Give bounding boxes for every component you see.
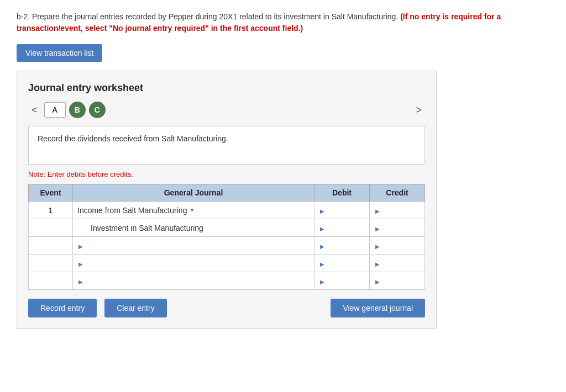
account-cell-5[interactable]: ▶ [73, 272, 315, 290]
table-row: Investment in Salt Manufacturing ▶ ▶ [29, 219, 425, 237]
credit-arrow-1: ▶ [375, 208, 380, 214]
clear-entry-button[interactable]: Clear entry [104, 299, 166, 317]
next-arrow-button[interactable]: > [412, 102, 425, 118]
credit-cell-3[interactable]: ▶ [370, 237, 425, 255]
col-journal-header: General Journal [73, 184, 315, 202]
account-cell-2[interactable]: Investment in Salt Manufacturing [73, 219, 315, 237]
debit-cell-4[interactable]: ▶ [315, 255, 370, 272]
worksheet-container: Journal entry worksheet < A B C > Record… [17, 71, 437, 329]
journal-table: Event General Journal Debit Credit 1 Inc… [28, 184, 425, 290]
account-arrow-5: ▶ [78, 279, 83, 285]
credit-arrow-5: ▶ [375, 279, 380, 285]
table-row: ▶ ▶ ▶ [29, 255, 425, 272]
debit-arrow-4: ▶ [320, 261, 324, 267]
debit-arrow-2: ▶ [320, 226, 324, 232]
col-event-header: Event [29, 184, 73, 202]
event-cell-2 [29, 219, 73, 237]
tab-c-button[interactable]: C [89, 102, 106, 118]
account-arrow-4: ▶ [78, 261, 83, 267]
event-cell-5 [29, 272, 73, 290]
col-credit-header: Credit [370, 184, 425, 202]
event-cell: 1 [29, 202, 73, 219]
col-debit-header: Debit [315, 184, 370, 202]
debit-cell-5[interactable]: ▶ [315, 272, 370, 290]
tabs-row: < A B C > [28, 102, 425, 118]
event-cell-3 [29, 237, 73, 255]
credit-arrow-2: ▶ [375, 226, 380, 232]
event-cell-4 [29, 255, 73, 272]
prev-arrow-button[interactable]: < [28, 102, 41, 118]
debit-cell-1[interactable]: ▶ [315, 202, 370, 219]
account-name-1: Income from Salt Manufacturing [77, 206, 187, 215]
table-row: ▶ ▶ ▶ [29, 272, 425, 290]
debit-cell-3[interactable]: ▶ [315, 237, 370, 255]
view-general-journal-button[interactable]: View general journal [331, 299, 425, 317]
account-cell-1[interactable]: Income from Salt Manufacturing ▼ [73, 202, 315, 219]
tab-a-button[interactable]: A [44, 102, 66, 118]
instruction-text: b-2. Prepare the journal entries recorde… [17, 11, 549, 34]
table-row: 1 Income from Salt Manufacturing ▼ ▶ ▶ [29, 202, 425, 219]
account-arrow-3: ▶ [78, 243, 83, 250]
debit-arrow-1: ▶ [320, 208, 324, 214]
worksheet-title: Journal entry worksheet [28, 82, 425, 94]
note-text: Note: Enter debits before credits. [28, 170, 425, 178]
credit-arrow-3: ▶ [375, 243, 380, 250]
credit-cell-2[interactable]: ▶ [370, 219, 425, 237]
credit-arrow-4: ▶ [375, 261, 380, 267]
credit-cell-5[interactable]: ▶ [370, 272, 425, 290]
debit-arrow-5: ▶ [320, 279, 324, 285]
tab-b-button[interactable]: B [69, 102, 86, 118]
account-cell-3[interactable]: ▶ [73, 237, 315, 255]
account-cell-4[interactable]: ▶ [73, 255, 315, 272]
debit-arrow-3: ▶ [320, 243, 324, 250]
table-row: ▶ ▶ ▶ [29, 237, 425, 255]
action-buttons-row: Record entry Clear entry View general jo… [28, 299, 425, 317]
credit-cell-4[interactable]: ▶ [370, 255, 425, 272]
credit-cell-1[interactable]: ▶ [370, 202, 425, 219]
record-entry-button[interactable]: Record entry [28, 299, 97, 317]
debit-cell-2[interactable]: ▶ [315, 219, 370, 237]
view-transaction-button[interactable]: View transaction list [17, 44, 102, 62]
table-header-row: Event General Journal Debit Credit [29, 184, 425, 202]
dropdown-arrow-1[interactable]: ▼ [189, 207, 195, 213]
account-name-2: Investment in Salt Manufacturing [91, 224, 203, 232]
description-box: Record the dividends received from Salt … [28, 126, 425, 165]
